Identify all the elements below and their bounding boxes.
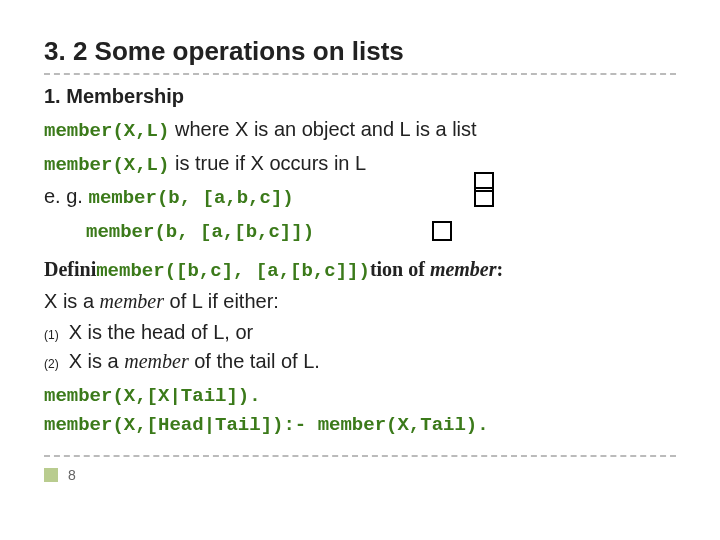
code-example-1: member(b, [a,b,c]) [88,187,293,209]
list-item-2: (2)X is a member of the tail of L. [44,347,676,376]
ord1-text: X is the head of L, or [69,321,254,343]
slide: 3. 2 Some operations on lists 1. Members… [0,0,720,540]
text-where: where X is an object and L is a list [169,118,476,140]
ord2-a: X is a [69,350,125,372]
def-x-is-a: X is a [44,290,100,312]
section-heading: 1. Membership [44,85,676,108]
defini-code: member([b,c], [a,[b,c]]) [96,260,370,282]
code-member-xl-2: member(X,L) [44,154,169,176]
page-number-wrap: 8 [44,467,676,483]
def-member-word: member [100,290,164,312]
code-block: member(X,[X|Tail]). member(X,[Head|Tail]… [44,382,676,439]
example-line-2: member(b, [a,[b,c]]) [44,215,676,247]
ord2-c: of the tail of L. [189,350,320,372]
page-number: 8 [68,467,76,483]
divider-bottom [44,455,676,457]
member-def-line-1: member(X,L) where X is an object and L i… [44,114,676,146]
defini-member-word: member [430,258,497,280]
checkbox-icon [432,221,452,241]
slide-title: 3. 2 Some operations on lists [44,36,676,67]
ordinal-2: (2) [44,357,59,371]
eg-prefix: e. g. [44,185,88,207]
code-line-1: member(X,[X|Tail]). [44,382,676,411]
ord2-member-word: member [124,350,188,372]
definition-heading: Definimember([b,c], [a,[b,c]])tion of me… [44,258,676,282]
code-example-2: member(b, [a,[b,c]]) [86,221,314,243]
list-item-1: (1)X is the head of L, or [44,318,676,347]
example-line-1: e. g. member(b, [a,b,c]) [44,181,676,213]
defini-tail: tion of [370,258,430,280]
text-true-if: is true if X occurs in L [169,152,366,174]
member-def-line-2: member(X,L) is true if X occurs in L [44,148,676,180]
divider-top [44,73,676,75]
code-member-xl-1: member(X,L) [44,120,169,142]
code-line-2: member(X,[Head|Tail]):- member(X,Tail). [44,411,676,440]
def-if-either: of L if either: [164,290,279,312]
defini-text: Defini [44,258,96,280]
ordinal-1: (1) [44,328,59,342]
page-bullet-icon [44,468,58,482]
def-condition-line: X is a member of L if either: [44,286,676,316]
defini-colon: : [497,258,504,280]
checkbox-icon [474,187,494,207]
